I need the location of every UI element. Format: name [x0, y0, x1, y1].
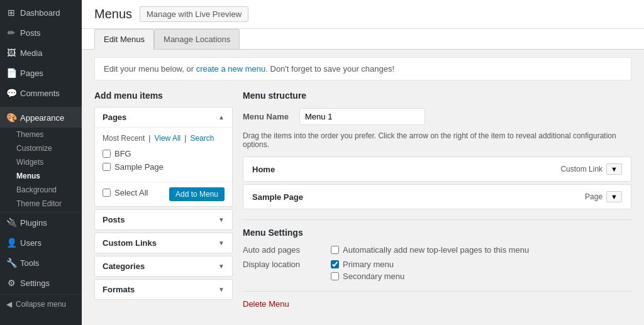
sidebar-item-label: Comments [20, 89, 60, 98]
sidebar-sub-theme-editor[interactable]: Theme Editor [0, 197, 82, 211]
pages-icon: 📄 [6, 68, 16, 78]
sidebar-item-users[interactable]: 👤 Users [0, 233, 82, 253]
menu-item-sample-label: Sample Page [252, 192, 303, 202]
pages-tab-view-all[interactable]: View All [154, 134, 180, 143]
add-menu-items-title: Add menu items [94, 91, 233, 101]
collapse-label: Collapse menu [16, 300, 66, 309]
sidebar-item-label: Users [20, 238, 42, 248]
page-checkbox-bfg[interactable] [103, 150, 111, 158]
sidebar-item-label: Dashboard [20, 8, 60, 18]
comments-icon: 💬 [6, 88, 16, 98]
sidebar-sub-customize[interactable]: Customize [0, 141, 82, 155]
sidebar: ⊞ Dashboard ✏ Posts 🖼 Media 📄 Pages 💬 Co… [0, 0, 82, 325]
sidebar-item-appearance[interactable]: 🎨 Appearance [0, 107, 82, 128]
delete-menu-section: Delete Menu [243, 291, 631, 309]
sidebar-item-label: Tools [20, 258, 39, 268]
posts-accordion-arrow: ▼ [218, 216, 225, 223]
select-all-checkbox[interactable] [103, 189, 111, 197]
display-location-label: Display location [243, 260, 318, 281]
sidebar-item-label: Pages [20, 69, 43, 78]
auto-add-option: Automatically add new top-level pages to… [331, 245, 529, 255]
posts-accordion-title: Posts [103, 215, 125, 224]
dashboard-icon: ⊞ [6, 8, 16, 18]
create-new-menu-link[interactable]: create a new menu [196, 64, 266, 74]
collapse-menu-button[interactable]: ◀ Collapse menu [0, 295, 82, 314]
page-label-sample: Sample Page [114, 162, 164, 172]
posts-icon: ✏ [6, 28, 16, 38]
sidebar-item-dashboard[interactable]: ⊞ Dashboard [0, 3, 82, 23]
pages-tab-search[interactable]: Search [190, 134, 214, 143]
sidebar-item-posts[interactable]: ✏ Posts [0, 23, 82, 43]
page-item-bfg: BFG [103, 149, 225, 158]
delete-menu-link[interactable]: Delete Menu [243, 299, 289, 309]
plugins-icon: 🔌 [6, 218, 16, 228]
menu-item-home: Home Custom Link ▼ [243, 157, 631, 182]
drag-hint: Drag the items into the order you prefer… [243, 131, 631, 149]
sidebar-item-label: Posts [20, 28, 41, 38]
custom-links-title: Custom Links [103, 238, 157, 248]
menu-item-home-label: Home [252, 165, 275, 174]
secondary-menu-checkbox[interactable] [331, 272, 339, 280]
menu-item-sample-type: Page [585, 192, 602, 201]
sidebar-item-tools[interactable]: 🔧 Tools [0, 253, 82, 273]
pages-accordion-body: Most Recent | View All | Search BFG Samp… [95, 127, 232, 182]
menu-item-sample-expand[interactable]: ▼ [606, 191, 622, 202]
formats-accordion-header[interactable]: Formats ▼ [95, 280, 232, 299]
display-location-row: Display location Primary menu Secondary … [243, 260, 631, 281]
auto-add-checkbox[interactable] [331, 246, 339, 254]
pages-accordion-title: Pages [103, 113, 126, 122]
select-all-label: Select All [114, 188, 148, 197]
settings-icon: ⚙ [6, 278, 16, 288]
menu-item-home-right: Custom Link ▼ [560, 163, 622, 175]
sidebar-sub-themes[interactable]: Themes [0, 128, 82, 141]
sidebar-item-label: Media [20, 48, 42, 58]
menu-name-input[interactable] [299, 108, 425, 125]
secondary-menu-option: Secondary menu [331, 272, 404, 281]
live-preview-button[interactable]: Manage with Live Preview [140, 6, 248, 22]
menu-item-home-type: Custom Link [560, 165, 602, 174]
auto-add-option-label: Automatically add new top-level pages to… [343, 245, 529, 255]
pages-sub-tabs: Most Recent | View All | Search [103, 134, 225, 143]
sidebar-item-media[interactable]: 🖼 Media [0, 43, 82, 63]
sidebar-item-label: Appearance [20, 113, 64, 123]
page-checkbox-sample[interactable] [103, 163, 111, 171]
sidebar-sub-background[interactable]: Background [0, 183, 82, 197]
sidebar-sub-widgets[interactable]: Widgets [0, 155, 82, 169]
info-text-before: Edit your menu below, or [104, 64, 196, 74]
tab-manage-locations[interactable]: Manage Locations [154, 29, 240, 50]
topbar: Menus Manage with Live Preview [82, 0, 644, 29]
page-item-sample: Sample Page [103, 162, 225, 172]
custom-links-accordion-header[interactable]: Custom Links ▼ [95, 233, 232, 253]
posts-accordion: Posts ▼ [94, 209, 233, 230]
primary-menu-checkbox[interactable] [331, 260, 339, 268]
menu-structure-title: Menu structure [243, 91, 631, 101]
sidebar-sub-menus[interactable]: Menus [0, 169, 82, 183]
formats-accordion: Formats ▼ [94, 279, 233, 300]
sidebar-item-comments[interactable]: 💬 Comments [0, 83, 82, 103]
menu-item-home-expand[interactable]: ▼ [606, 163, 622, 175]
posts-accordion-header[interactable]: Posts ▼ [95, 210, 232, 229]
sidebar-item-pages[interactable]: 📄 Pages [0, 63, 82, 83]
auto-add-row: Auto add pages Automatically add new top… [243, 245, 631, 255]
categories-title: Categories [103, 262, 145, 271]
secondary-menu-label: Secondary menu [343, 272, 404, 281]
sidebar-item-plugins[interactable]: 🔌 Plugins [0, 212, 82, 233]
sidebar-item-settings[interactable]: ⚙ Settings [0, 273, 82, 293]
menu-item-sample-page: Sample Page Page ▼ [243, 184, 631, 209]
add-to-menu-button[interactable]: Add to Menu [169, 187, 225, 201]
custom-links-accordion: Custom Links ▼ [94, 233, 233, 253]
pages-tab-most-recent[interactable]: Most Recent [103, 134, 145, 143]
display-location-options: Primary menu Secondary menu [331, 260, 404, 281]
page-title: Menus [94, 7, 132, 21]
info-text-after: . Don't forget to save your changes! [265, 64, 394, 74]
menu-name-row: Menu Name [243, 108, 631, 125]
tab-edit-menus[interactable]: Edit Menus [94, 29, 154, 50]
pages-accordion-header[interactable]: Pages ▲ [95, 107, 232, 127]
primary-menu-option: Primary menu [331, 260, 404, 269]
menu-settings-title: Menu Settings [243, 228, 631, 238]
pages-accordion: Pages ▲ Most Recent | View All | Search … [94, 107, 233, 207]
collapse-icon: ◀ [6, 300, 12, 309]
info-bar: Edit your menu below, or create a new me… [94, 57, 631, 80]
categories-accordion-header[interactable]: Categories ▼ [95, 256, 232, 276]
appearance-icon: 🎨 [6, 113, 16, 123]
